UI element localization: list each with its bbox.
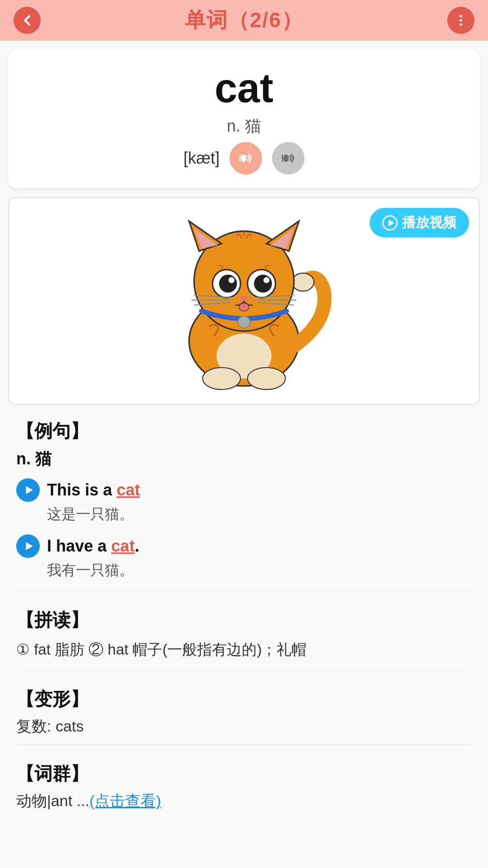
pindu-header: 【拼读】 <box>16 608 472 632</box>
svg-point-28 <box>219 274 237 292</box>
word-title: cat <box>26 66 462 111</box>
phonetic-text: [kæt] <box>183 149 220 168</box>
svg-point-34 <box>239 303 249 311</box>
example-en-2: I have a cat. <box>47 537 139 556</box>
ciqun-header: 【词群】 <box>16 761 472 786</box>
cat-image <box>136 206 352 396</box>
divider-2 <box>16 670 472 670</box>
ciqun-text-before: 动物|ant ... <box>16 792 89 809</box>
svg-point-31 <box>254 274 272 292</box>
divider-1 <box>16 590 472 591</box>
svg-point-19 <box>202 368 240 390</box>
svg-point-0 <box>460 15 462 17</box>
example-zh-2: 我有一只猫。 <box>47 561 472 580</box>
back-button[interactable] <box>14 7 41 34</box>
example-en-1: This is a cat <box>47 481 140 500</box>
example-en-row-2: I have a cat. <box>16 534 472 558</box>
ciqun-text: 动物|ant ...(点击查看) <box>16 791 472 811</box>
svg-point-1 <box>460 19 462 21</box>
svg-marker-43 <box>26 542 33 550</box>
pindu-section: 【拼读】 ① fat 脂肪 ② hat 帽子(一般指有边的)；礼帽 <box>0 599 488 662</box>
example-item-2: I have a cat. 我有一只猫。 <box>16 534 472 580</box>
play-video-button[interactable]: 播放视频 <box>370 208 469 237</box>
phonetic-row: [kæt] <box>26 142 462 175</box>
page-title: 单词（2/6） <box>185 6 303 34</box>
svg-marker-42 <box>26 486 33 494</box>
example-item-1: This is a cat 这是一只猫。 <box>16 478 472 524</box>
word-pos: n. 猫 <box>26 115 462 137</box>
examples-header: 【例句】 <box>16 419 472 443</box>
audio-female-button[interactable] <box>230 142 262 175</box>
svg-point-33 <box>240 296 248 302</box>
example-en-1-highlight: cat <box>117 481 140 499</box>
pindu-text: ① fat 脂肪 ② hat 帽子(一般指有边的)；礼帽 <box>16 637 472 662</box>
example-en-2-highlight: cat <box>111 537 135 555</box>
example-en-2-after: . <box>135 537 139 555</box>
image-area: 播放视频 <box>8 197 480 405</box>
svg-point-29 <box>229 277 235 283</box>
svg-marker-16 <box>389 219 394 226</box>
header: 单词（2/6） <box>0 0 488 41</box>
svg-point-32 <box>263 277 269 283</box>
bianxing-section: 【变形】 复数: cats <box>0 678 488 737</box>
audio-male-button[interactable] <box>272 142 305 175</box>
example-en-row-1: This is a cat <box>16 478 472 502</box>
bianxing-header: 【变形】 <box>16 687 472 712</box>
menu-button[interactable] <box>447 7 474 34</box>
example-en-1-before: This is a <box>47 481 117 499</box>
examples-section: 【例句】 n. 猫 This is a cat 这是一只猫。 I have a <box>0 405 488 580</box>
svg-point-20 <box>248 368 286 390</box>
ciqun-link[interactable]: (点击查看) <box>89 792 161 809</box>
bianxing-text: 复数: cats <box>16 716 472 737</box>
examples-pos: n. 猫 <box>16 448 472 470</box>
play-video-label: 播放视频 <box>402 213 456 232</box>
example-en-2-before: I have a <box>47 537 111 555</box>
svg-point-41 <box>238 316 250 328</box>
divider-3 <box>16 744 472 745</box>
play-example-2-button[interactable] <box>16 534 40 558</box>
word-card: cat n. 猫 [kæt] <box>8 50 480 188</box>
ciqun-section: 【词群】 动物|ant ...(点击查看) <box>0 752 488 825</box>
svg-point-2 <box>460 24 462 26</box>
svg-point-21 <box>292 273 314 291</box>
example-zh-1: 这是一只猫。 <box>47 505 472 524</box>
play-example-1-button[interactable] <box>16 478 40 502</box>
